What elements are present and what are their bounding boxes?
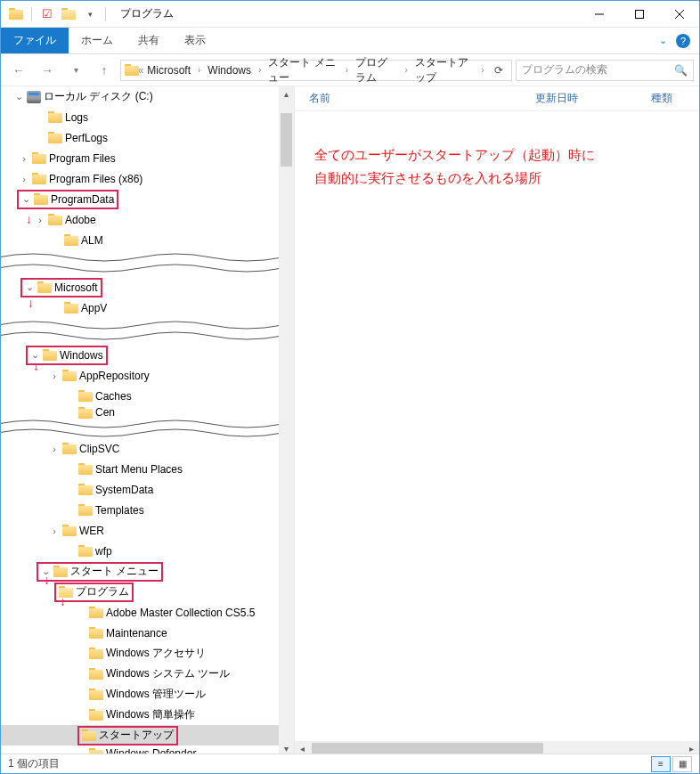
folder-icon (78, 390, 93, 402)
qat-dropdown-icon[interactable]: ▾ (80, 4, 100, 24)
tree-item-partial[interactable]: Cen (1, 406, 279, 419)
svg-rect-1 (635, 10, 643, 18)
ellipsis-gap (1, 419, 279, 438)
tree-root[interactable]: ⌄ ローカル ディスク (C:) (1, 86, 279, 107)
tree-item-prog-1[interactable]: Maintenance (1, 623, 279, 643)
disk-icon (27, 91, 41, 103)
refresh-button[interactable]: ⟳ (489, 64, 508, 77)
tree-item-prog-2[interactable]: Windows アクセサリ (1, 643, 279, 664)
column-headers[interactable]: 名前 更新日時 種類 (295, 86, 699, 111)
col-date[interactable]: 更新日時 (521, 91, 637, 106)
maximize-button[interactable] (619, 1, 659, 27)
folder-icon (82, 729, 96, 741)
folder-icon (64, 234, 78, 246)
tree-item-systemdata[interactable]: SystemData (1, 479, 279, 500)
status-text: 1 個の項目 (8, 756, 60, 771)
content-pane: 名前 更新日時 種類 全てのユーザーがスタートアップ（起動）時に 自動的に実行さ… (295, 86, 699, 756)
tab-view[interactable]: 表示 (172, 28, 218, 53)
crumb-3[interactable]: スタート メニュー (266, 55, 339, 86)
tree-item-prog-3[interactable]: Windows システム ツール (1, 664, 279, 684)
folder-icon (32, 152, 46, 164)
tab-home[interactable]: ホーム (69, 28, 126, 53)
tree-item-microsoft[interactable]: ⌄Microsoft (1, 277, 279, 297)
tree-item-apprepository[interactable]: ›AppRepository (1, 365, 279, 386)
title-bar: ☑ ▾ プログラム (1, 1, 699, 28)
annotation-arrow-icon: ↓ (28, 296, 34, 310)
annotation-arrow-icon: ↓ (33, 359, 39, 373)
folder-icon (78, 484, 93, 495)
minimize-button[interactable] (579, 1, 619, 27)
folder-icon (34, 193, 48, 205)
navigation-pane: ⌄ ローカル ディスク (C:) Logs PerfLogs ›Program … (1, 86, 295, 756)
ellipsis-gap (1, 318, 279, 345)
scroll-up-icon[interactable]: ▴ (279, 86, 294, 102)
forward-button[interactable]: → (35, 58, 60, 83)
tree-item-programfiles[interactable]: ›Program Files (1, 148, 279, 168)
tree-item-prog-5[interactable]: Windows 簡単操作 (1, 705, 279, 725)
tab-file[interactable]: ファイル (1, 28, 69, 53)
tree-item-appv[interactable]: AppV (1, 297, 279, 318)
tree-item-programs[interactable]: プログラム (1, 582, 279, 602)
annotation-arrow-icon: ↓ (26, 212, 32, 226)
search-icon[interactable]: 🔍 (674, 64, 688, 77)
qat-properties-icon[interactable]: ☑ (37, 4, 57, 24)
tree-item-caches[interactable]: Caches (1, 386, 279, 406)
tree-item-perflogs[interactable]: PerfLogs (1, 127, 279, 148)
folder-icon (89, 709, 103, 721)
ribbon-expand-icon[interactable]: ⌄ (659, 35, 667, 46)
folder-icon (62, 370, 77, 381)
tree-item-prog-4[interactable]: Windows 管理ツール (1, 684, 279, 705)
tree-item-windows[interactable]: ⌄Windows (1, 345, 279, 365)
window-title: プログラム (120, 6, 174, 21)
close-button[interactable] (659, 1, 699, 27)
folder-icon (89, 668, 103, 680)
scroll-thumb[interactable] (281, 113, 292, 167)
tree-item-clipsvc[interactable]: ›ClipSVC (1, 438, 279, 459)
address-bar[interactable]: « Microsoft› Windows› スタート メニュー› プログラム› … (120, 60, 512, 81)
tree-item-programfilesx86[interactable]: ›Program Files (x86) (1, 168, 279, 189)
crumb-5[interactable]: スタートアップ (413, 55, 476, 86)
recent-dropdown-icon[interactable]: ▾ (63, 58, 88, 83)
tree-item-programdata[interactable]: ⌄ProgramData (1, 189, 279, 209)
tree-item-logs[interactable]: Logs (1, 107, 279, 127)
back-button[interactable]: ← (6, 58, 31, 83)
tree-item-adobe[interactable]: ›Adobe (1, 209, 279, 230)
crumb-1[interactable]: Microsoft (145, 64, 192, 77)
folder-icon (37, 281, 52, 293)
up-button[interactable]: ↑ (92, 58, 117, 83)
help-icon[interactable]: ? (676, 34, 690, 48)
tree-item-alm[interactable]: ALM (1, 230, 279, 250)
annotation-arrow-icon: ↓ (44, 573, 50, 587)
view-icons-button[interactable]: ▦ (672, 756, 692, 772)
crumb-4[interactable]: プログラム (354, 55, 399, 86)
annotation-arrow-icon: ↓ (60, 594, 66, 608)
tree-item-wer[interactable]: ›WER (1, 520, 279, 541)
qat-folder-icon[interactable] (6, 4, 26, 24)
folder-icon (78, 463, 93, 475)
folder-icon (62, 443, 77, 454)
address-folder-icon (125, 64, 136, 76)
annotation-text: 全てのユーザーがスタートアップ（起動）時に 自動的に実行させるものを入れる場所 (314, 143, 595, 189)
folder-icon (48, 132, 62, 143)
folder-icon (43, 349, 57, 361)
col-type[interactable]: 種類 (637, 91, 699, 106)
ellipsis-gap (1, 250, 279, 277)
folder-icon (53, 566, 68, 577)
tree-item-wfp[interactable]: wfp (1, 541, 279, 561)
crumb-2[interactable]: Windows (206, 64, 253, 77)
tree-item-startmenu[interactable]: ⌄スタート メニュー (1, 561, 279, 582)
tree-item-startmenuplaces[interactable]: Start Menu Places (1, 459, 279, 479)
qat-open-folder-icon[interactable] (59, 4, 78, 24)
ribbon-tabs: ファイル ホーム 共有 表示 ⌄ ? (1, 28, 699, 54)
tree-item-prog-0[interactable]: Adobe Master Collection CS5.5 (1, 602, 279, 623)
view-details-button[interactable]: ≡ (651, 756, 671, 772)
tree-item-templates[interactable]: Templates (1, 500, 279, 520)
tab-share[interactable]: 共有 (126, 28, 172, 53)
nav-scrollbar[interactable]: ▴ ▾ (279, 86, 294, 756)
col-name[interactable]: 名前 (295, 91, 521, 106)
folder-icon (48, 111, 62, 123)
tree-item-startup[interactable]: スタートアップ (1, 725, 279, 745)
status-bar: 1 個の項目 ≡ ▦ (1, 754, 699, 773)
folder-icon (32, 173, 46, 184)
search-input[interactable]: プログラムの検索 🔍 (516, 60, 694, 81)
